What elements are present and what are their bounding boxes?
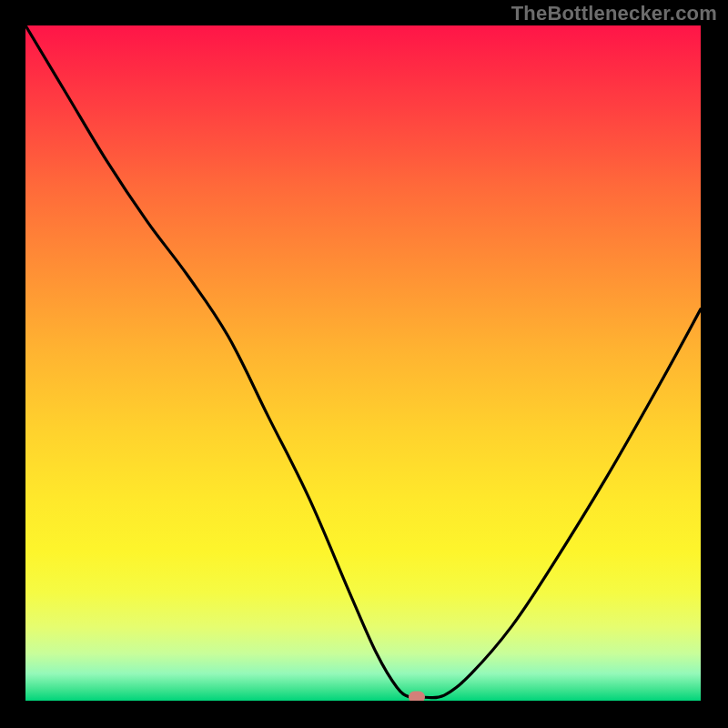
chart-frame: TheBottlenecker.com xyxy=(0,0,728,728)
watermark-text: TheBottlenecker.com xyxy=(511,2,717,25)
bottleneck-curve xyxy=(25,25,701,701)
plot-area xyxy=(25,25,701,701)
curve-path xyxy=(25,25,701,698)
optimal-marker xyxy=(409,692,425,701)
